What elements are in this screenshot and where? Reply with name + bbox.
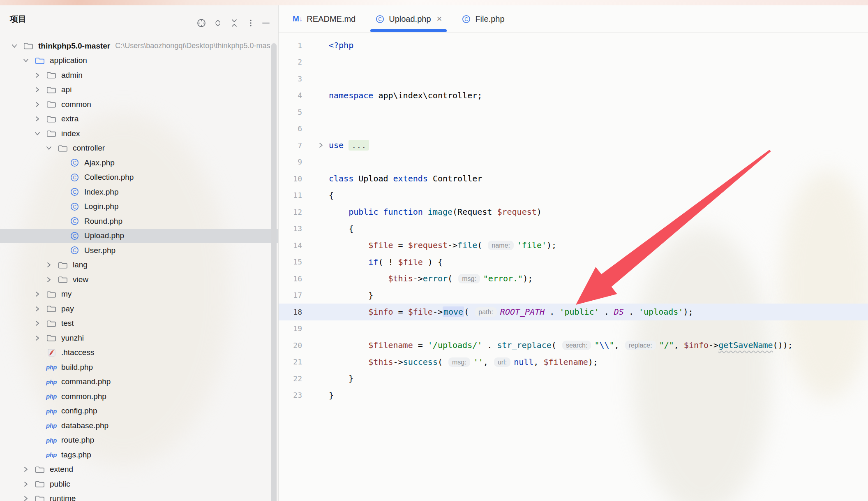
chevron-collapsed-icon[interactable] [44, 275, 54, 284]
line-number[interactable]: 20 [279, 341, 302, 350]
code-line-13[interactable]: 13 { [279, 220, 868, 237]
code-line-1[interactable]: 1<?php [279, 37, 868, 54]
tree-item-tags.php[interactable]: phptags.php [0, 448, 279, 462]
tree-item-collection.php[interactable]: CCollection.php [0, 170, 279, 185]
code-line-21[interactable]: 21 $this->success( msg:'', url:null, $fi… [279, 354, 868, 371]
tree-item-application[interactable]: application [0, 53, 279, 68]
tree-item-route.php[interactable]: phproute.php [0, 433, 279, 448]
line-number[interactable]: 19 [279, 324, 302, 333]
line-number[interactable]: 4 [279, 91, 302, 100]
chevron-collapsed-icon[interactable] [44, 260, 54, 269]
line-number[interactable]: 18 [279, 308, 302, 316]
tree-item-common.php[interactable]: phpcommon.php [0, 389, 279, 404]
chevron-expanded-icon[interactable] [32, 129, 42, 138]
chevron-expanded-icon[interactable] [21, 56, 31, 65]
code-area[interactable]: 1<?php234namespace app\index\controller;… [279, 33, 868, 501]
code-line-16[interactable]: 16 $this->error( msg:"error."); [279, 270, 868, 287]
tree-item-index[interactable]: index [0, 126, 279, 141]
chevron-collapsed-icon[interactable] [32, 334, 42, 343]
tree-item-login.php[interactable]: CLogin.php [0, 199, 279, 214]
line-number[interactable]: 3 [279, 74, 302, 83]
line-number[interactable]: 14 [279, 241, 302, 250]
line-number[interactable]: 2 [279, 58, 302, 66]
chevron-collapsed-icon[interactable] [32, 100, 42, 109]
tree-item-common[interactable]: common [0, 97, 279, 112]
code-line-5[interactable]: 5 [279, 104, 868, 121]
chevron-collapsed-icon[interactable] [32, 290, 42, 299]
more-options-icon[interactable] [245, 18, 256, 28]
line-number[interactable]: 9 [279, 158, 302, 166]
chevron-collapsed-icon[interactable] [21, 480, 31, 489]
tree-item-public[interactable]: public [0, 477, 279, 492]
chevron-collapsed-icon[interactable] [32, 114, 42, 123]
code-line-6[interactable]: 6 [279, 121, 868, 137]
tree-item-.htaccess[interactable]: .htaccess [0, 346, 279, 360]
code-line-7[interactable]: 7use ... [279, 137, 868, 154]
chevron-collapsed-icon[interactable] [32, 85, 42, 94]
chevron-collapsed-icon[interactable] [21, 494, 31, 501]
line-number[interactable]: 1 [279, 41, 302, 50]
line-number[interactable]: 5 [279, 108, 302, 116]
tab-file-php[interactable]: CFile.php [452, 5, 514, 32]
tree-item-view[interactable]: view [0, 272, 279, 287]
tree-item-database.php[interactable]: phpdatabase.php [0, 418, 279, 433]
tree-item-upload.php[interactable]: CUpload.php [0, 229, 279, 244]
line-number[interactable]: 23 [279, 391, 302, 399]
tree-item-pay[interactable]: pay [0, 302, 279, 316]
line-number[interactable]: 16 [279, 274, 302, 283]
line-number[interactable]: 11 [279, 191, 302, 199]
tree-item-ajax.php[interactable]: CAjax.php [0, 155, 279, 170]
chevron-collapsed-icon[interactable] [32, 304, 42, 313]
code-line-19[interactable]: 19 [279, 320, 868, 337]
tree-item-runtime[interactable]: runtime [0, 492, 279, 501]
code-line-15[interactable]: 15 if( ! $file ) { [279, 254, 868, 271]
fold-arrow-icon[interactable] [316, 141, 326, 151]
code-line-3[interactable]: 3 [279, 70, 868, 87]
code-line-14[interactable]: 14 $file = $request->file( name:'file'); [279, 237, 868, 254]
chevron-expanded-icon[interactable] [9, 42, 19, 51]
chevron-collapsed-icon[interactable] [21, 465, 31, 474]
collapse-all-icon[interactable] [229, 18, 240, 28]
code-line-17[interactable]: 17 } [279, 287, 868, 304]
tree-item-command.php[interactable]: phpcommand.php [0, 375, 279, 390]
chevron-collapsed-icon[interactable] [32, 319, 42, 328]
chevron-collapsed-icon[interactable] [32, 71, 42, 80]
line-number[interactable]: 12 [279, 208, 302, 216]
tree-item-thinkphp5.0-master[interactable]: thinkphp5.0-masterC:\Users\baozhongqi\De… [0, 39, 279, 53]
code-line-11[interactable]: 11{ [279, 187, 868, 204]
tab-readme-md[interactable]: M↓README.md [283, 5, 365, 32]
expand-all-icon[interactable] [212, 18, 223, 28]
tree-item-my[interactable]: my [0, 287, 279, 302]
tree-item-api[interactable]: api [0, 83, 279, 97]
chevron-expanded-icon[interactable] [44, 144, 54, 153]
tree-item-extra[interactable]: extra [0, 112, 279, 127]
line-number[interactable]: 7 [279, 141, 302, 150]
tree-item-build.php[interactable]: phpbuild.php [0, 360, 279, 375]
code-line-4[interactable]: 4namespace app\index\controller; [279, 87, 868, 104]
code-line-12[interactable]: 12 public function image(Request $reques… [279, 204, 868, 220]
tree-item-yunzhi[interactable]: yunzhi [0, 331, 279, 346]
line-number[interactable]: 10 [279, 174, 302, 183]
tree-item-lang[interactable]: lang [0, 258, 279, 273]
line-number[interactable]: 15 [279, 257, 302, 266]
code-line-23[interactable]: 23} [279, 387, 868, 404]
code-line-18[interactable]: 18 $info = $file->move( path:ROOT_PATH .… [279, 304, 868, 320]
chevron-down-icon[interactable] [31, 16, 39, 25]
locate-icon[interactable] [196, 18, 207, 28]
code-line-10[interactable]: 10class Upload extends Controller [279, 170, 868, 187]
tree-item-admin[interactable]: admin [0, 68, 279, 83]
line-number[interactable]: 21 [279, 357, 302, 366]
line-number[interactable]: 13 [279, 224, 302, 233]
tree-item-index.php[interactable]: CIndex.php [0, 185, 279, 199]
tree-item-test[interactable]: test [0, 316, 279, 331]
tab-upload-php[interactable]: CUpload.php× [365, 5, 452, 32]
code-line-9[interactable]: 9 [279, 154, 868, 171]
panel-editor-divider[interactable] [278, 5, 279, 501]
close-icon[interactable]: × [437, 14, 442, 23]
tree-item-extend[interactable]: extend [0, 462, 279, 477]
line-number[interactable]: 22 [279, 374, 302, 383]
hide-panel-icon[interactable] [261, 18, 271, 28]
code-line-22[interactable]: 22 } [279, 370, 868, 387]
line-number[interactable]: 6 [279, 124, 302, 133]
tree-scrollbar[interactable] [271, 43, 277, 501]
